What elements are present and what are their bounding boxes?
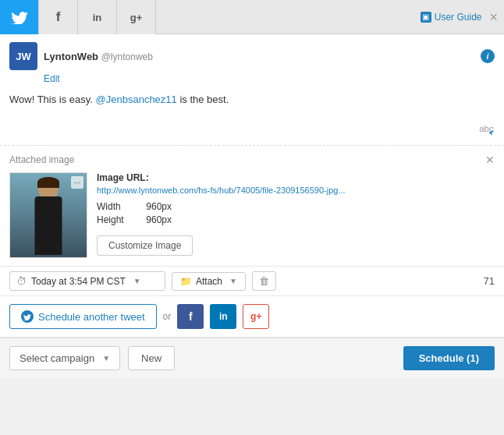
image-details: Image URL: http://www.lyntonweb.com/hs-f… — [97, 172, 495, 256]
googleplus-icon: g+ — [250, 311, 261, 322]
char-count: 71 — [484, 275, 495, 287]
attached-image-content: ··· Image URL: http://www.lyntonweb.com/… — [9, 172, 495, 258]
facebook-icon: f — [189, 310, 193, 323]
attached-image-section: Attached image ✕ ··· Image URL: http://w… — [0, 146, 504, 267]
height-value: 960px — [146, 214, 193, 225]
profile-name: LyntonWeb — [44, 51, 98, 62]
or-text: or — [163, 311, 172, 322]
close-attach-button[interactable]: ✕ — [485, 154, 495, 166]
user-guide-icon: ▣ — [421, 12, 431, 23]
clock-icon: ⏱ — [16, 275, 27, 287]
profile-handle: @lyntonweb — [101, 51, 153, 62]
attach-label: Attach — [196, 276, 222, 287]
folder-icon: 📁 — [180, 276, 192, 287]
edit-link[interactable]: Edit — [44, 73, 60, 84]
tweet-text-after: is the best. — [177, 94, 229, 105]
trash-button[interactable]: 🗑 — [252, 271, 276, 291]
avatar-initials: JW — [16, 51, 31, 62]
spell-check-icon[interactable]: abc — [479, 122, 495, 139]
height-label: Height — [97, 214, 144, 225]
avatar: JW — [9, 42, 37, 70]
nav-right: ▣ User Guide × — [421, 10, 498, 24]
attached-image-header: Attached image ✕ — [9, 154, 495, 166]
campaign-dropdown-arrow: ▼ — [102, 354, 110, 362]
image-height-meta: Height 960px — [97, 214, 495, 225]
user-guide-link[interactable]: ▣ User Guide — [421, 12, 482, 23]
image-url-label: Image URL: — [97, 172, 495, 183]
width-label: Width — [97, 201, 144, 212]
profile-row: JW LyntonWeb @lyntonweb i — [0, 34, 504, 73]
new-button[interactable]: New — [128, 346, 175, 370]
user-guide-text: User Guide — [435, 12, 482, 23]
edit-section: Edit — [0, 73, 504, 89]
close-button[interactable]: × — [489, 10, 498, 24]
image-width-meta: Width 960px — [97, 201, 495, 212]
top-nav: f in g+ ▣ User Guide × — [0, 0, 504, 34]
profile-text: LyntonWeb @lyntonweb — [44, 51, 153, 62]
tweet-mention[interactable]: @Jenbsanchez11 — [96, 94, 177, 105]
facebook-letter: f — [56, 9, 61, 25]
tab-facebook[interactable]: f — [39, 0, 78, 34]
tab-googleplus[interactable]: g+ — [117, 0, 156, 34]
schedule-main-button[interactable]: Schedule (1) — [403, 346, 495, 370]
schedule-tweet-label: Schedule another tweet — [38, 311, 145, 323]
attach-button[interactable]: 📁 Attach ▼ — [172, 272, 246, 291]
attached-image-label: Attached image — [9, 154, 74, 165]
schedule-time-selector[interactable]: ⏱ Today at 3:54 PM CST ▼ — [9, 271, 165, 291]
bottom-bar: Select campaign ▼ New Schedule (1) — [0, 338, 504, 378]
tab-linkedin[interactable]: in — [78, 0, 117, 34]
main-content: JW LyntonWeb @lyntonweb i Edit Wow! This… — [0, 34, 504, 338]
select-campaign-button[interactable]: Select campaign ▼ — [9, 346, 120, 370]
linkedin-icon: in — [219, 311, 228, 322]
schedule-time-label: Today at 3:54 PM CST — [31, 276, 126, 287]
image-dots-menu[interactable]: ··· — [71, 176, 83, 189]
googleplus-letter: g+ — [130, 12, 143, 23]
facebook-schedule-button[interactable]: f — [177, 304, 204, 329]
profile-info: JW LyntonWeb @lyntonweb — [9, 42, 153, 70]
googleplus-schedule-button[interactable]: g+ — [243, 304, 269, 329]
linkedin-schedule-button[interactable]: in — [210, 304, 236, 329]
info-icon[interactable]: i — [481, 49, 495, 63]
action-row: Schedule another tweet or f in g+ — [0, 296, 504, 338]
schedule-dropdown-arrow: ▼ — [133, 277, 141, 285]
image-thumbnail-wrapper: ··· — [9, 172, 87, 258]
attach-dropdown-arrow: ▼ — [229, 277, 237, 285]
schedule-tweet-button[interactable]: Schedule another tweet — [9, 304, 157, 329]
tab-twitter[interactable] — [0, 0, 39, 34]
width-value: 960px — [146, 201, 193, 212]
tweet-text: Wow! This is easy. @Jenbsanchez11 is the… — [9, 92, 495, 139]
customize-image-button[interactable]: Customize Image — [97, 235, 193, 256]
tweet-compose: Wow! This is easy. @Jenbsanchez11 is the… — [0, 89, 504, 145]
schedule-row: ⏱ Today at 3:54 PM CST ▼ 📁 Attach ▼ 🗑 71 — [0, 267, 504, 296]
select-campaign-label: Select campaign — [20, 352, 94, 364]
linkedin-letter: in — [93, 12, 102, 23]
image-url-value[interactable]: http://www.lyntonweb.com/hs-fs/hub/74005… — [97, 186, 495, 195]
twitter-bird-icon — [21, 310, 34, 323]
tweet-text-before: Wow! This is easy. — [9, 94, 96, 105]
